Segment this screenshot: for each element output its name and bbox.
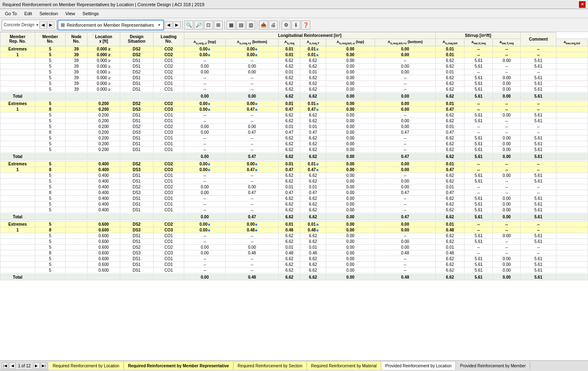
dropdown-arrow[interactable]: ▼ [157, 23, 161, 27]
view-dropdown[interactable]: ⊞ Reinforcement on Member Representative… [57, 20, 164, 30]
table-cell: 0.47 [375, 153, 435, 159]
table-cell: 0.00 [184, 274, 226, 280]
table-cell: DS1 [120, 256, 153, 261]
tab-req-by-location[interactable]: Required Reinforcement by Location [49, 362, 124, 370]
nav-next-btn[interactable]: ▶ [47, 21, 55, 29]
indicator-icon [208, 224, 210, 226]
menu-settings[interactable]: Settings [79, 10, 102, 17]
table-cell: 0.00 [375, 227, 435, 233]
tab-req-by-material[interactable]: Required Reinforcement by Material [307, 362, 381, 370]
menu-selection[interactable]: Selection [36, 10, 61, 17]
print-btn[interactable]: 🖨 [269, 21, 278, 30]
filter-btn2[interactable]: ▤ [236, 21, 245, 30]
table-cell: 0.00 [326, 93, 375, 99]
table-cell: 0.00 [184, 221, 226, 227]
table-row: 50.600DS1CO1----6.626.620.00--6.625.610.… [0, 233, 588, 238]
table-cell: -- [464, 190, 493, 195]
zoom-out-btn[interactable]: 🔎 [194, 21, 203, 30]
table-cell: 5.61 [464, 214, 493, 220]
tab-prov-by-member[interactable]: Provided Reinforcement by Member [456, 362, 530, 370]
table-cell [556, 256, 588, 261]
filter-btn3[interactable]: ▥ [246, 21, 255, 30]
table-cell: 0.00 [326, 190, 375, 195]
table-cell [556, 57, 588, 63]
table-cell: 5 [35, 238, 65, 244]
table-cell: 0.00 [225, 52, 279, 57]
table-cell: 5.61 [521, 63, 556, 69]
table-row: 80.400DS3CO30.000.470.470.470.000.470.47… [0, 190, 588, 195]
table-cell: 0.48 [300, 227, 326, 233]
table-cell: 0.00 [493, 201, 521, 207]
page-left-btn[interactable]: ◀ [165, 21, 172, 29]
app-selector[interactable]: Concrete Design ▼ ◀ ▶ [2, 20, 57, 30]
menu-view[interactable]: View [62, 10, 78, 17]
tab-req-by-member-rep[interactable]: Required Reinforcement by Member Represe… [124, 362, 233, 370]
nav-prev-btn[interactable]: ◀ [39, 21, 47, 29]
export-btn[interactable]: 📤 [259, 21, 268, 30]
table-cell: 0.00 [184, 106, 226, 112]
table-cell: 0.400 [87, 178, 120, 184]
page-right-btn[interactable]: ▶ [173, 21, 181, 29]
table-cell: -- [375, 201, 435, 207]
table-cell: -- [464, 221, 493, 227]
select-btn[interactable]: ⊞ [214, 21, 223, 30]
table-cell [153, 214, 184, 220]
prev-page-btn[interactable]: ◀ [9, 362, 16, 369]
table-cell: 0.00 [375, 244, 435, 250]
table-cell: 6.62 [435, 261, 464, 267]
zoom-in-btn[interactable]: 🔍 [184, 21, 193, 30]
table-cell [0, 195, 35, 201]
table-cell: 39 [66, 80, 87, 86]
table-cell: 6.62 [300, 178, 326, 184]
fit-btn[interactable]: ⊡ [204, 21, 213, 30]
table-cell: 5.61 [464, 238, 493, 244]
table-cell: CO1 [153, 141, 184, 147]
table-cell [66, 256, 87, 261]
app-label: Concrete Design [4, 23, 34, 27]
settings-btn[interactable]: ⚙ [281, 21, 291, 30]
table-cell: DS1 [120, 75, 153, 80]
table-cell: 5 [35, 86, 65, 92]
tab-prov-by-location[interactable]: Provided Reinforcement by Location [381, 362, 456, 370]
th-locx: Locationx [ft] [87, 32, 120, 46]
table-cell: 0.00 [326, 244, 375, 250]
tab-req-by-section[interactable]: Required Reinforcement by Section [233, 362, 307, 370]
table-row: 5390.000 ≥DS1CO1----6.626.620.00--6.625.… [0, 57, 588, 63]
th-memno: MemberNo. [35, 32, 65, 46]
table-cell: -- [375, 80, 435, 86]
table-cell: -- [184, 233, 226, 238]
table-cell: Extremes [0, 46, 35, 52]
table-cell: 5.61 [521, 261, 556, 267]
table-cell: 0.200 [87, 135, 120, 141]
next-page-btn[interactable]: ▶ [33, 362, 40, 369]
table-cell [120, 93, 153, 99]
table-cell: 6.62 [300, 233, 326, 238]
table-cell: -- [493, 221, 521, 227]
table-cell: 0.00 [326, 57, 375, 63]
table-row: 80.600DS3CO30.000.480.480.480.000.480.48… [0, 250, 588, 256]
table-row: 50.600DS1CO1----6.626.620.00--6.625.610.… [0, 261, 588, 267]
table-cell: CO3 [153, 129, 184, 135]
table-row: 5390.000 ≥DS1CO20.000.006.626.620.000.00… [0, 63, 588, 69]
table-container[interactable]: MemberRep. No. MemberNo. NodeNo. Locatio… [0, 32, 588, 360]
table-cell [556, 178, 588, 184]
table-cell: 0.47 [435, 190, 464, 195]
info-btn[interactable]: ℹ [291, 21, 300, 30]
app-dropdown-arrow[interactable]: ▼ [35, 23, 39, 27]
filter-btn1[interactable]: ▦ [227, 21, 236, 30]
menu-edit[interactable]: Edit [21, 10, 35, 17]
table-cell: 0.01 [300, 52, 326, 57]
help-btn[interactable]: ❓ [301, 21, 310, 30]
last-page-btn[interactable]: ▶| [41, 362, 47, 369]
table-cell: 0.000 ≥ [87, 80, 120, 86]
close-button[interactable]: ✕ [579, 1, 586, 8]
table-cell: 5 [35, 141, 65, 147]
menu-goto[interactable]: Go To [2, 10, 20, 17]
first-page-btn[interactable]: |◀ [2, 362, 8, 369]
table-cell: CO3 [153, 106, 184, 112]
table-cell [556, 153, 588, 159]
table-cell: 0.48 [435, 250, 464, 256]
table-cell: 1 [0, 52, 35, 57]
table-cell: -- [225, 267, 279, 273]
table-cell: 0.200 [87, 147, 120, 152]
